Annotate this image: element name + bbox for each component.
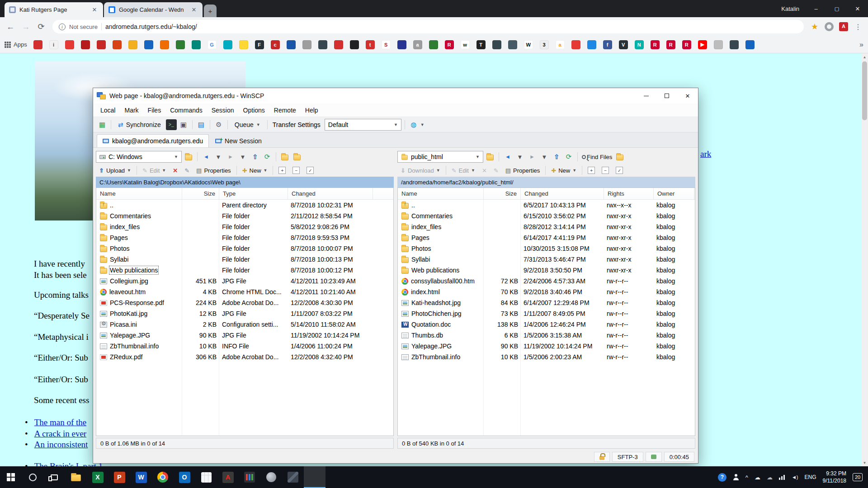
column-header-name[interactable]: Name — [398, 188, 484, 199]
minimize-button[interactable] — [636, 88, 656, 103]
edit-button[interactable]: ✎Edit▼ — [139, 165, 169, 176]
find-files-button[interactable]: Find Files — [581, 151, 613, 162]
bookmark-favicon[interactable]: R — [682, 40, 691, 49]
bookmark-favicon[interactable] — [745, 40, 755, 49]
taskbar-app-button[interactable] — [65, 466, 87, 488]
scroll-down-arrow[interactable]: ▼ — [861, 459, 868, 466]
not-secure-label[interactable]: Not secure — [69, 23, 98, 30]
menu-item[interactable]: Local — [96, 103, 120, 117]
bookmark-favicon[interactable]: a — [413, 40, 422, 49]
file-row[interactable]: ZbThumbnail.info 10 KB 1/5/2006 2:00:23 … — [398, 352, 695, 362]
column-header-owner[interactable]: Owner — [654, 188, 694, 199]
taskbar-app-button[interactable] — [22, 466, 43, 488]
volume-icon[interactable]: ◄) — [792, 474, 798, 480]
bookmark-favicon[interactable] — [223, 40, 232, 49]
bookmark-favicon[interactable] — [730, 40, 739, 49]
local-drive-combo[interactable]: C: Windows▼ — [96, 151, 182, 163]
file-row[interactable]: Photos File folder 8/7/2018 10:00:07 PM — [96, 243, 393, 254]
close-button[interactable]: ✕ — [677, 88, 698, 103]
bookmark-favicon[interactable] — [176, 40, 185, 49]
bookmark-favicon[interactable] — [144, 40, 153, 49]
queue-button[interactable]: Queue▼ — [231, 119, 264, 131]
network-icon[interactable] — [779, 474, 785, 480]
menu-item[interactable]: Files — [143, 103, 166, 117]
page-link-fragment[interactable]: ark — [700, 149, 711, 159]
column-header-size[interactable]: Size — [484, 188, 521, 199]
bookmark-favicon[interactable]: T — [476, 40, 486, 49]
properties-button[interactable]: ▤Properties — [502, 165, 543, 176]
bookmark-favicon[interactable]: R — [666, 40, 675, 49]
menu-item[interactable]: Remote — [269, 103, 301, 117]
compare-icon[interactable]: ▦ — [97, 119, 108, 130]
select-add-button[interactable]: + — [585, 165, 598, 176]
back-button[interactable]: ← — [4, 20, 17, 33]
forward-history-chevron[interactable]: ▼ — [539, 151, 550, 162]
menu-item[interactable]: Session — [207, 103, 239, 117]
file-row[interactable]: Yalepage.JPG 90 KB 11/19/2002 10:14:24 P… — [398, 341, 695, 352]
download-button[interactable]: ⇓Download▼ — [397, 165, 443, 176]
taskbar-app-button[interactable] — [304, 466, 326, 488]
refresh-button[interactable]: ⟳ — [563, 151, 574, 162]
apps-button[interactable]: Apps — [5, 41, 27, 48]
tab-kati-rutgers-page[interactable]: Kati Rutgers Page ✕ — [5, 2, 103, 17]
taskbar-app-button[interactable] — [239, 466, 260, 488]
back-history-chevron[interactable]: ▼ — [213, 151, 224, 162]
new-button[interactable]: ✚New▼ — [239, 165, 271, 176]
refresh-button[interactable]: ⟳ — [262, 151, 273, 162]
page-link[interactable]: An inconsistent — [34, 440, 88, 449]
terminal-icon[interactable]: ▣ — [178, 119, 189, 130]
help-icon[interactable]: ? — [718, 473, 726, 482]
page-link[interactable]: The man of the — [34, 418, 87, 427]
bookmark-favicon[interactable]: ▶ — [698, 40, 707, 49]
rename-button[interactable]: ✎ — [491, 165, 502, 176]
file-row[interactable]: PCS-Response.pdf 224 KB Adobe Acrobat Do… — [96, 297, 393, 308]
extension-icon[interactable] — [825, 22, 834, 31]
bookmark-favicon[interactable] — [287, 40, 296, 49]
bookmark-favicon[interactable]: R — [445, 40, 454, 49]
bookmark-favicon[interactable] — [160, 40, 169, 49]
tray-chevron-icon[interactable]: ^ — [745, 474, 748, 481]
back-history-chevron[interactable]: ▼ — [514, 151, 525, 162]
file-row[interactable]: Commentaries File folder 2/11/2012 8:58:… — [96, 211, 393, 221]
file-row[interactable]: Quotation.doc 138 KB 1/4/2006 12:46:24 P… — [398, 319, 695, 330]
file-row[interactable]: Web publications File folder 8/7/2018 10… — [96, 265, 393, 276]
bookmark-favicon[interactable] — [508, 40, 517, 49]
forward-button[interactable]: ► — [225, 151, 236, 162]
bookmark-favicon[interactable] — [587, 40, 596, 49]
session-tab[interactable]: kbalog@andromeda.rutgers.edu — [97, 134, 209, 147]
file-row[interactable]: Syllabi 7/31/2013 5:46:47 PM rwxr-xr-x k… — [398, 254, 695, 265]
menu-item[interactable]: Mark — [120, 103, 143, 117]
taskbar-app-button[interactable] — [152, 466, 174, 488]
taskbar-app-button[interactable] — [43, 466, 65, 488]
column-header-changed[interactable]: Changed — [521, 188, 604, 199]
transfer-options-icon[interactable]: ◍ — [408, 119, 419, 130]
taskbar-app-button[interactable]: X — [87, 466, 108, 488]
select-add-button[interactable]: + — [275, 165, 289, 176]
menu-item[interactable]: Help — [301, 103, 323, 117]
bookmark-favicon[interactable]: N — [635, 40, 644, 49]
remote-dir-combo[interactable]: public_html▼ — [397, 151, 483, 163]
bookmark-favicon[interactable]: t — [366, 40, 375, 49]
bookmark-favicon[interactable] — [97, 40, 106, 49]
column-header-type[interactable]: Type — [219, 188, 288, 199]
parent-directory-button[interactable]: ⇧ — [250, 151, 260, 162]
file-row[interactable]: Syllabi File folder 8/7/2018 10:00:13 PM — [96, 254, 393, 265]
directory-tree-button[interactable] — [292, 151, 302, 162]
new-session-button[interactable]: New Session — [211, 134, 266, 147]
file-row[interactable]: index.html 70 KB 9/2/2018 3:40:46 PM rw-… — [398, 286, 695, 297]
new-tab-button[interactable]: + — [204, 5, 217, 17]
bookmark-folder-button[interactable] — [183, 151, 194, 162]
tab-close-icon[interactable]: ✕ — [90, 6, 99, 14]
properties-button[interactable]: ▤Properties — [193, 165, 234, 176]
delete-button[interactable]: ✕ — [170, 165, 181, 176]
taskbar-app-button[interactable] — [282, 466, 304, 488]
bookmark-favicon[interactable] — [571, 40, 580, 49]
file-row[interactable]: Pages File folder 8/7/2018 9:59:53 PM — [96, 232, 393, 243]
bookmark-favicon[interactable] — [492, 40, 501, 49]
file-row[interactable]: Yalepage.JPG 90 KB JPG File 11/19/2002 1… — [96, 330, 393, 341]
bookmark-favicon[interactable] — [113, 40, 122, 49]
bookmark-favicon[interactable]: V — [619, 40, 628, 49]
address-bar[interactable]: i Not secure andromeda.rutgers.edu/~kbal… — [52, 20, 804, 33]
bookmark-favicon[interactable] — [318, 40, 327, 49]
synchronize-button[interactable]: ⇄ Synchronize — [114, 119, 165, 131]
